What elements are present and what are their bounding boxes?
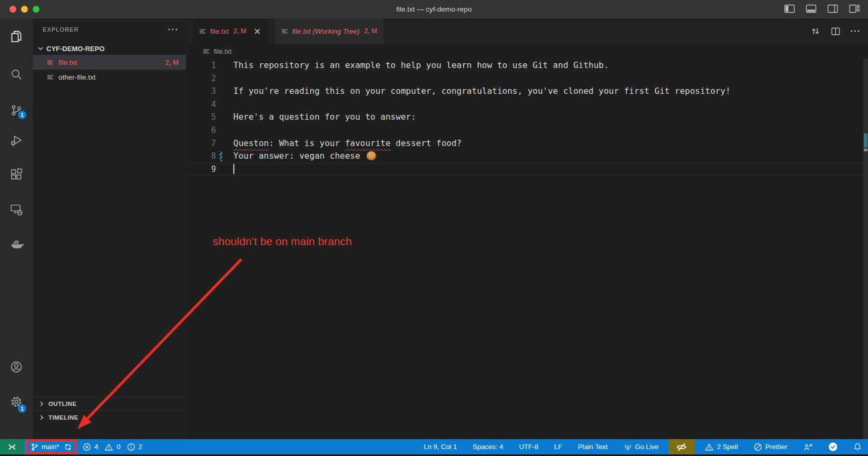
extensions-icon[interactable] — [9, 167, 24, 182]
tab-label: file.txt — [210, 27, 229, 35]
warning-icon — [104, 443, 113, 451]
toggle-primary-sidebar-icon[interactable] — [784, 4, 795, 13]
code-line[interactable]: 4 — [186, 98, 868, 111]
chevron-down-icon — [36, 44, 45, 53]
check-status-item[interactable] — [821, 439, 845, 454]
code-line-text — [216, 124, 233, 137]
tab-file-txt-working-tree[interactable]: file.txt (Working Tree) 2, M — [275, 18, 383, 44]
run-and-debug-icon[interactable] — [9, 133, 24, 148]
go-live-status-item[interactable]: Go Live — [616, 439, 667, 454]
warning-icon — [705, 443, 714, 451]
folder-section-header[interactable]: CYF-DEMO-REPO — [33, 42, 186, 55]
explorer-icon[interactable] — [9, 29, 24, 44]
code-line[interactable]: 5Here's a question for you to answer: — [186, 111, 868, 124]
overview-ruler-chip — [864, 149, 867, 151]
line-number: 4 — [186, 98, 216, 111]
annotation-text: shouldn’t be on main branch — [213, 235, 352, 248]
line-number: 6 — [186, 124, 216, 137]
eol-status-item[interactable]: LF — [546, 439, 570, 454]
notifications-status-item[interactable] — [845, 439, 868, 454]
code-line[interactable]: 6 — [186, 124, 868, 137]
outline-label: OUTLINE — [48, 401, 76, 407]
code-line[interactable]: 7Queston: What is your favourite dessert… — [186, 137, 868, 150]
file-row-file-txt[interactable]: file.txt 2, M — [33, 55, 186, 70]
editor-scrollbar[interactable] — [863, 59, 868, 439]
text-file-icon — [47, 59, 54, 66]
file-problems-badge: 2, M — [165, 59, 179, 66]
breadcrumb[interactable]: file.txt — [186, 44, 868, 59]
info-icon — [127, 443, 135, 451]
modified-gutter-marker — [220, 151, 222, 161]
code-line[interactable]: 1This repository is an example to help y… — [186, 59, 868, 72]
settings-badge: 1 — [18, 404, 26, 413]
code-line-text: Here's a question for you to answer: — [216, 111, 416, 124]
customize-layout-icon[interactable] — [849, 4, 860, 13]
window-title: file.txt — cyf-demo-repo — [0, 0, 868, 18]
warning-count: 0 — [116, 443, 120, 451]
open-changes-icon[interactable] — [810, 26, 821, 36]
file-row-other-file-txt[interactable]: other-file.txt — [33, 70, 186, 84]
code-lines: 1This repository is an example to help y… — [186, 59, 868, 176]
spelling-error: Queston — [233, 138, 269, 148]
tab-file-txt[interactable]: file.txt 2, M — [193, 18, 267, 44]
code-line-text — [216, 163, 234, 176]
chevron-right-icon — [37, 413, 46, 422]
activity-bar: 1 — [0, 18, 33, 439]
code-line[interactable]: 9 — [186, 163, 868, 176]
line-number: 8 — [186, 150, 216, 163]
code-line[interactable]: 2 — [186, 72, 868, 85]
status-bar: main* 4 0 2 — [0, 439, 868, 454]
file-name: other-file.txt — [58, 73, 96, 81]
person-feedback-icon — [803, 443, 813, 451]
cursor-position-status-item[interactable]: Ln 9, Col 1 — [416, 439, 465, 454]
info-count: 2 — [139, 443, 142, 451]
more-actions-icon[interactable] — [851, 30, 860, 33]
problems-status-item[interactable]: 4 0 2 — [83, 443, 145, 451]
toggle-secondary-sidebar-icon[interactable] — [827, 4, 838, 13]
accounts-icon[interactable] — [9, 360, 24, 374]
search-icon[interactable] — [9, 67, 24, 82]
line-number: 1 — [186, 59, 216, 72]
feedback-status-item[interactable] — [795, 439, 821, 454]
prettier-status-item[interactable]: Prettier — [746, 439, 795, 454]
pie-emoji — [367, 151, 376, 160]
folder-section-label: CYF-DEMO-REPO — [46, 45, 105, 53]
code-line[interactable]: 3If you're reading this on your computer… — [186, 85, 868, 98]
outline-section[interactable]: OUTLINE — [33, 396, 186, 411]
text-file-icon — [203, 48, 210, 55]
explorer-more-actions-icon[interactable] — [168, 28, 177, 31]
timeline-section[interactable]: TIMELINE — [33, 410, 186, 424]
editor-group: file.txt 2, M file.txt (Working Tree) 2,… — [186, 18, 868, 439]
tab-problems-badge: 2, M — [233, 27, 246, 35]
split-editor-icon[interactable] — [831, 26, 841, 36]
encoding-status-item[interactable]: UTF-8 — [511, 439, 546, 454]
indentation-status-item[interactable]: Spaces: 4 — [465, 439, 511, 454]
broadcast-icon — [624, 443, 632, 451]
tab-label: file.txt (Working Tree) — [292, 27, 360, 35]
code-line-text: Queston: What is your favourite dessert … — [216, 137, 462, 150]
line-number: 2 — [186, 72, 216, 85]
remote-indicator[interactable] — [0, 439, 24, 454]
hidden-items-status-item[interactable] — [668, 439, 695, 454]
close-tab-icon[interactable] — [254, 28, 261, 35]
toggle-panel-icon[interactable] — [806, 4, 816, 13]
annotation-highlight-box — [26, 440, 77, 454]
chevron-right-icon — [37, 400, 46, 408]
spelling-error: favourite — [345, 138, 391, 148]
remote-explorer-icon[interactable] — [9, 202, 24, 217]
explorer-sidebar: EXPLORER CYF-DEMO-REPO file.txt 2, M oth… — [33, 18, 186, 439]
text-file-icon — [199, 28, 206, 35]
docker-icon[interactable] — [9, 237, 24, 251]
text-file-icon — [281, 28, 289, 35]
source-control-badge: 1 — [18, 111, 26, 119]
eye-off-icon — [676, 442, 687, 452]
vscode-window: file.txt — cyf-demo-repo — [0, 0, 868, 456]
tab-bar: file.txt 2, M file.txt (Working Tree) 2,… — [186, 18, 868, 44]
language-mode-status-item[interactable]: Plain Text — [570, 439, 615, 454]
line-number: 5 — [186, 111, 216, 124]
code-line[interactable]: 8Your answer: vegan cheese — [186, 150, 868, 163]
text-file-icon — [47, 74, 54, 81]
line-number: 3 — [186, 85, 216, 98]
text-cursor — [233, 164, 234, 174]
spell-checker-status-item[interactable]: 2 Spell — [697, 439, 746, 454]
